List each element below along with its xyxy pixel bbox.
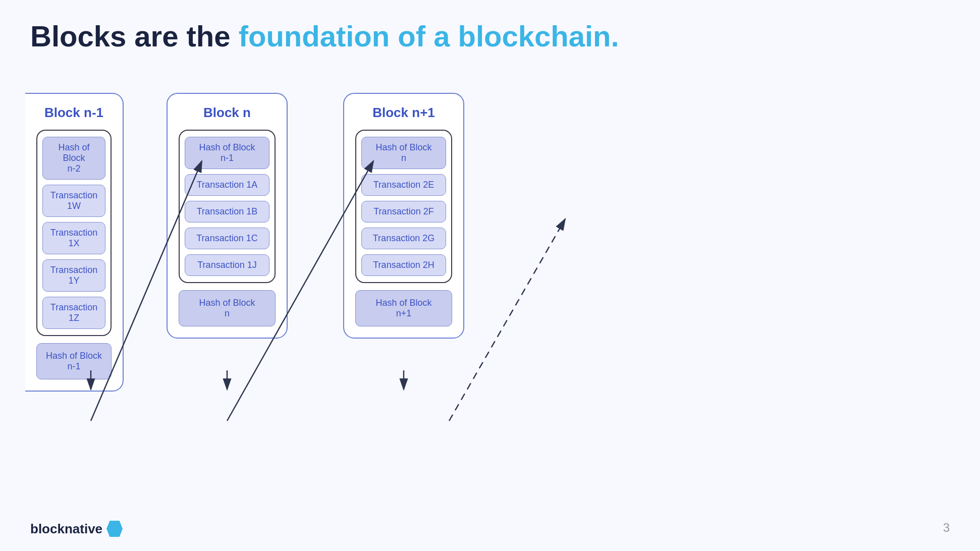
block-n-plus-1-hash-top: Hash of Blockn xyxy=(361,137,446,169)
block-n-minus-1-inner: Hash of Blockn-2 Transaction 1W Transact… xyxy=(36,130,112,336)
logo-text: blocknative xyxy=(30,521,102,537)
block-n-minus-1-wrap: Block n-1 Hash of Blockn-2 Transaction 1… xyxy=(25,93,124,392)
block-n-minus-1-tx-1z: Transaction 1Z xyxy=(42,297,105,329)
block-n-tx-1c: Transaction 1C xyxy=(185,228,269,249)
title-highlight: foundation of a blockchain. xyxy=(239,20,619,52)
blockchain-diagram: Block n-1 Hash of Blockn-2 Transaction 1… xyxy=(30,78,949,471)
block-n-minus-1-title: Block n-1 xyxy=(44,105,103,121)
block-n-tx-1j: Transaction 1J xyxy=(185,254,269,276)
block-n-inner: Hash of Blockn-1 Transaction 1A Transact… xyxy=(179,130,276,283)
logo-icon xyxy=(106,521,123,537)
arrow-dashed-future xyxy=(449,219,565,421)
block-n-title: Block n xyxy=(203,105,251,121)
block-n-minus-1-hash-top: Hash of Blockn-2 xyxy=(42,137,105,180)
block-n: Block n Hash of Blockn-1 Transaction 1A … xyxy=(167,93,288,339)
block-n-plus-1-title: Block n+1 xyxy=(372,105,435,121)
block-n-hash-bottom: Hash of Blockn xyxy=(179,290,276,326)
logo: blocknative xyxy=(30,521,123,537)
block-n-minus-1: Block n-1 Hash of Blockn-2 Transaction 1… xyxy=(25,93,124,392)
block-n-minus-1-tx-1w: Transaction 1W xyxy=(42,185,105,217)
block-n-plus-1-wrap: Block n+1 Hash of Blockn Transaction 2E … xyxy=(343,93,464,339)
block-n-plus-1-inner: Hash of Blockn Transaction 2E Transactio… xyxy=(355,130,452,283)
page-title: Blocks are the foundation of a blockchai… xyxy=(30,20,950,52)
block-n-plus-1-hash-bottom: Hash of Blockn+1 xyxy=(355,290,452,326)
block-n-tx-1b: Transaction 1B xyxy=(185,201,269,223)
block-n-minus-1-tx-1y: Transaction 1Y xyxy=(42,259,105,292)
block-n-tx-1a: Transaction 1A xyxy=(185,174,269,196)
block-n-minus-1-hash-bottom: Hash of Blockn-1 xyxy=(36,343,112,379)
page-number: 3 xyxy=(943,521,950,535)
block-n-plus-1-tx-2f: Transaction 2F xyxy=(361,201,446,223)
block-n-wrap: Block n Hash of Blockn-1 Transaction 1A … xyxy=(167,93,288,339)
block-n-plus-1-tx-2g: Transaction 2G xyxy=(361,228,446,249)
block-n-hash-top: Hash of Blockn-1 xyxy=(185,137,269,169)
block-n-plus-1: Block n+1 Hash of Blockn Transaction 2E … xyxy=(343,93,464,339)
block-n-plus-1-tx-2h: Transaction 2H xyxy=(361,254,446,276)
title-plain: Blocks are the xyxy=(30,20,239,52)
page: Blocks are the foundation of a blockchai… xyxy=(0,0,980,551)
block-n-minus-1-tx-1x: Transaction 1X xyxy=(42,222,105,254)
block-n-plus-1-tx-2e: Transaction 2E xyxy=(361,174,446,196)
